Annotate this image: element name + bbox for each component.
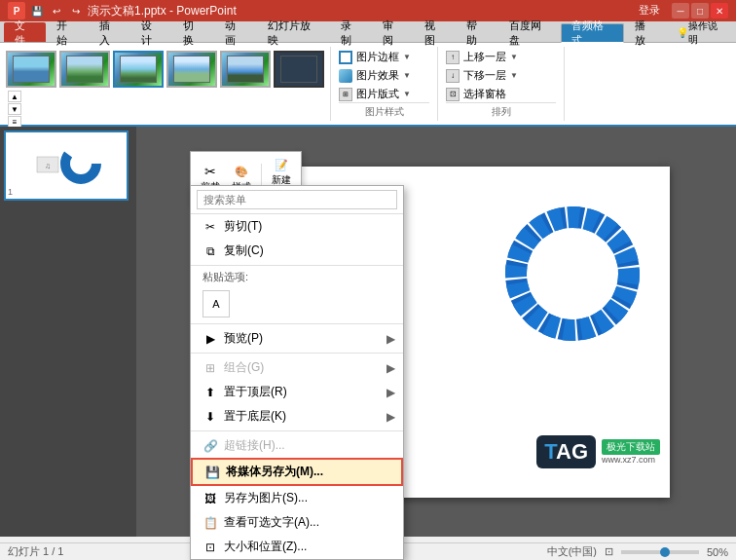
context-search-input[interactable]	[197, 190, 397, 209]
app-logo: P	[8, 2, 25, 19]
style-thumb-6[interactable]	[274, 51, 324, 88]
qa-save[interactable]: 💾	[29, 3, 45, 19]
style-icon: 🎨	[232, 163, 251, 180]
note-icon: 📝	[272, 156, 291, 173]
size-pos-icon: ⊡	[202, 540, 218, 555]
tab-bar: 文件 开始 插入 设计 切换 动画 幻灯片放映 录制 审阅 视图 帮助 百度网盘…	[0, 21, 736, 43]
context-send-back[interactable]: ⬇ 置于底层(K) ▶	[191, 404, 403, 429]
picture-border-btn[interactable]: 图片边框 ▼	[339, 49, 429, 65]
select-area-icon: ⊡	[446, 88, 460, 101]
thumb-scroll-down[interactable]: ▼	[8, 103, 21, 115]
tab-audio-format[interactable]: 音频格式	[561, 23, 623, 43]
qa-redo[interactable]: ↪	[68, 3, 84, 19]
send-back-arrow: ▶	[386, 410, 395, 424]
paste-label: 粘贴选项:	[191, 268, 403, 286]
picture-effects-icon	[339, 69, 352, 83]
tab-help[interactable]: 帮助	[456, 22, 497, 42]
tab-baidu[interactable]: 百度网盘	[498, 22, 561, 42]
tab-playback[interactable]: 播放	[624, 22, 666, 42]
ctx-divider-1	[191, 265, 403, 266]
context-save-media[interactable]: 💾 将媒体另存为(M)...	[191, 458, 403, 486]
context-bring-front[interactable]: ⬆ 置于顶层(R) ▶	[191, 380, 403, 404]
title-bar-left: P 💾 ↩ ↪ 演示文稿1.pptx - PowerPoint	[8, 2, 237, 19]
context-copy[interactable]: ⧉ 复制(C)	[191, 239, 403, 263]
preview-arrow: ▶	[386, 332, 395, 346]
cut-icon: ✂	[202, 219, 218, 235]
tab-transition[interactable]: 切换	[172, 22, 214, 42]
watermark-area: TAG 极光下载站 www.xz7.com	[536, 435, 660, 468]
arrange-items: ↑ 上移一层 ▼ ↓ 下移一层 ▼ ⊡ 选择窗格	[446, 49, 556, 102]
picture-format-icon: ⊞	[339, 88, 352, 101]
tab-slideshow[interactable]: 幻灯片放映	[257, 22, 330, 42]
down-layer-icon: ↓	[446, 69, 460, 83]
style-thumb-3[interactable]	[113, 51, 164, 88]
picture-effects-btn[interactable]: 图片效果 ▼	[339, 67, 429, 84]
context-menu: ✂ 剪切(T) ⧉ 复制(C) 粘贴选项: A ▶ 预览(P) ▶ ⊞ 组合(G…	[190, 185, 404, 560]
style-thumb-5[interactable]	[220, 51, 271, 88]
style-thumb-2[interactable]	[59, 51, 110, 88]
cut-icon: ✂	[201, 163, 220, 180]
tag-badge: TAG	[536, 435, 596, 468]
context-hyperlink[interactable]: 🔗 超链接(H)...	[191, 433, 403, 458]
style-thumb-1[interactable]	[6, 51, 56, 88]
language-indicator: 中文(中国)	[547, 544, 597, 559]
group-arrow: ▶	[386, 361, 395, 375]
context-search-area	[191, 186, 403, 214]
ribbon: ▲ ▼ ≡ 图片边框 ▼ 图片效果 ▼ ⊞ 图片版式 ▼ 图片样式	[0, 43, 736, 127]
paste-btn-a[interactable]: A	[202, 290, 230, 317]
qa-undo[interactable]: ↩	[49, 3, 64, 19]
bring-front-icon: ⬆	[202, 385, 218, 400]
context-size-pos[interactable]: ⊡ 大小和位置(Z)...	[191, 535, 403, 559]
context-alt-text[interactable]: 📋 查看可选文字(A)...	[191, 510, 403, 535]
context-cut[interactable]: ✂ 剪切(T)	[191, 214, 403, 239]
slide-number-1: 1	[8, 187, 13, 197]
send-back-icon: ⬇	[202, 409, 218, 425]
select-area-btn[interactable]: ⊡ 选择窗格	[446, 86, 556, 102]
svg-text:♫: ♫	[45, 162, 51, 170]
adjust-items: 图片边框 ▼ 图片效果 ▼ ⊞ 图片版式 ▼	[339, 49, 429, 102]
context-save-image[interactable]: 🖼 另存为图片(S)...	[191, 486, 403, 510]
tab-start[interactable]: 开始	[46, 22, 88, 42]
save-media-icon: 💾	[204, 465, 220, 480]
context-group[interactable]: ⊞ 组合(G) ▶	[191, 355, 403, 380]
close-btn[interactable]: ✕	[711, 3, 728, 19]
picture-border-icon	[339, 51, 352, 64]
login-btn[interactable]: 登录	[639, 3, 660, 19]
tab-help2[interactable]: 💡操作说明	[666, 22, 736, 42]
tab-animation[interactable]: 动画	[214, 22, 256, 42]
zoom-btn[interactable]: ⊡	[605, 545, 613, 558]
up-layer-icon: ↑	[446, 51, 460, 64]
minimize-btn[interactable]: ─	[672, 3, 689, 19]
up-layer-btn[interactable]: ↑ 上移一层 ▼	[446, 49, 556, 65]
tab-view[interactable]: 视图	[414, 22, 456, 42]
slide-thumb-1[interactable]: ♫ 1	[4, 131, 129, 201]
adjust-group-label: 图片样式	[339, 102, 429, 119]
picture-format-btn[interactable]: ⊞ 图片版式 ▼	[339, 86, 429, 102]
thumb-scroll-up[interactable]: ▲	[8, 91, 21, 102]
group-icon: ⊞	[202, 360, 218, 376]
tab-file[interactable]: 文件	[4, 22, 46, 42]
hyperlink-icon: 🔗	[202, 438, 218, 454]
zoom-level: 50%	[707, 546, 728, 558]
tab-design[interactable]: 设计	[130, 22, 172, 42]
slide-info: 幻灯片 1 / 1	[8, 544, 63, 559]
aurora-info: 极光下载站 www.xz7.com	[602, 439, 660, 465]
tab-review[interactable]: 审阅	[372, 22, 414, 42]
status-right: 中文(中国) ⊡ 50%	[547, 544, 728, 559]
ctx-divider-2	[191, 323, 403, 324]
style-thumb-4[interactable]	[166, 51, 217, 88]
maximize-btn[interactable]: □	[691, 3, 709, 19]
tab-insert[interactable]: 插入	[89, 22, 130, 42]
down-layer-btn[interactable]: ↓ 下移一层 ▼	[446, 67, 556, 84]
ctx-divider-4	[191, 430, 403, 431]
paste-options-row: A	[191, 286, 403, 321]
arrange-group-label: 排列	[446, 102, 556, 119]
donut-decoration	[504, 205, 641, 342]
tab-record[interactable]: 录制	[330, 22, 372, 42]
thumb-scroll-btns: ▲ ▼ ≡	[8, 91, 21, 128]
bring-front-arrow: ▶	[386, 386, 395, 399]
zoom-slider[interactable]	[621, 550, 699, 554]
context-preview[interactable]: ▶ 预览(P) ▶	[191, 326, 403, 351]
slide-preview-svg: ♫	[27, 139, 105, 193]
alt-text-icon: 📋	[202, 515, 218, 531]
